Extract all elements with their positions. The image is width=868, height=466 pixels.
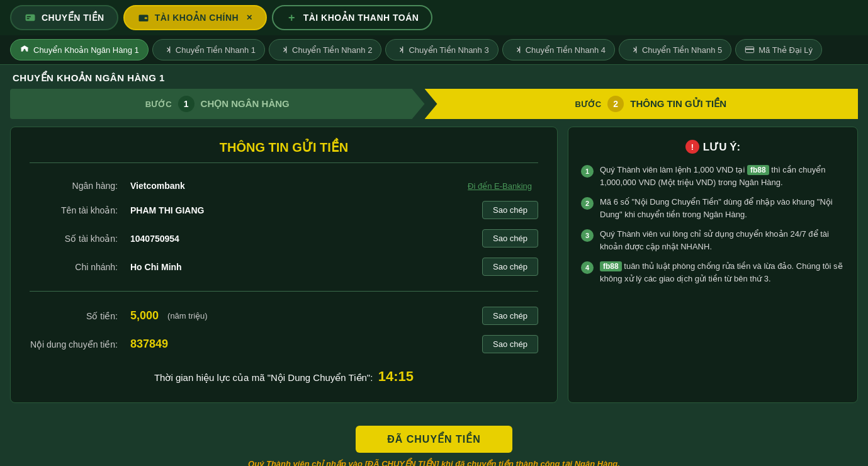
transfer-fast5-icon [628,45,638,55]
confirm-note: Quý Thành viên chỉ nhấp vào [ĐÃ CHUYỂN T… [0,459,868,466]
tab-chuyen-tien-nhanh-5[interactable]: Chuyển Tiền Nhanh 5 [619,39,731,60]
top-navigation: CHUYỂN TIỀN TÀI KHOẢN CHÍNH ✕ + TÀI KHOẢ… [0,0,868,35]
brand4: fb88 [600,261,622,271]
amount-note: (năm triệu) [167,311,208,321]
tab1-label: Chuyển Khoản Ngân Hàng 1 [33,45,139,55]
tai-khoan-thanh-toan-label: TÀI KHOẢN THANH TOÁN [303,13,419,23]
wallet-icon [137,11,150,24]
svg-rect-4 [144,17,147,19]
notice-panel: ! LƯU Ý: 1 Quý Thành viên làm lệnh 1,000… [568,127,858,403]
confirm-transfer-btn[interactable]: ĐÃ CHUYỂN TIỀN [356,426,512,453]
bank-value: Vietcombank [130,181,468,191]
tai-khoan-chinh-label: TÀI KHOẢN CHÍNH [155,13,239,23]
tab-chuyen-tien-nhanh-4[interactable]: Chuyển Tiền Nhanh 4 [502,39,615,60]
transfer-fast3-icon [395,45,405,55]
tab-bar: Chuyển Khoản Ngân Hàng 1 Chuyển Tiền Nha… [0,35,868,65]
svg-rect-6 [746,48,754,50]
page-title: CHUYỂN KHOẢN NGÂN HÀNG 1 [0,65,868,89]
svg-rect-1 [27,16,31,18]
ebanking-link[interactable]: Đi đến E-Banking [468,181,532,191]
confirm-note-after: ] khi đã chuyển tiền thành công tại Ngân… [436,459,620,466]
amount-label: Số tiền: [30,311,130,321]
timer-value: 14:15 [378,368,414,384]
tab5-label: Chuyển Tiền Nhanh 4 [526,45,606,55]
bottom-section: ĐÃ CHUYỂN TIỀN Quý Thành viên chỉ nhấp v… [0,416,868,466]
tab4-label: Chuyển Tiền Nhanh 3 [409,45,488,55]
tab-chuyen-tien-nhanh-1[interactable]: Chuyển Tiền Nhanh 1 [152,39,265,60]
amount-row: Số tiền: 5,000 (năm triệu) Sao chép [30,302,538,330]
account-num-value: 1040750954 [130,234,482,244]
bank-row: Ngân hàng: Vietcombank Đi đến E-Banking [30,176,538,196]
notice-title-text: LƯU Ý: [703,140,740,154]
notice1-text-before: Quý Thành viên làm lệnh 1,000 VND tại [600,165,747,174]
timer-section: Thời gian hiệu lực của mã "Nội Dung Chuy… [30,358,538,390]
account-num-row: Số tài khoản: 1040750954 Sao chép [30,224,538,253]
tai-khoan-thanh-toan-btn[interactable]: + TÀI KHOẢN THANH TOÁN [272,5,433,30]
chuyen-tien-nav-btn[interactable]: CHUYỂN TIỀN [10,5,118,30]
bank-info-section: Ngân hàng: Vietcombank Đi đến E-Banking … [30,176,538,292]
step1-text: CHỌN NGÂN HÀNG [201,98,290,110]
account-num-label: Số tài khoản: [30,234,130,244]
tab6-label: Chuyển Tiền Nhanh 5 [642,45,722,55]
form-panel: THÔNG TIN GỬI TIỀN Ngân hàng: Vietcomban… [10,127,558,403]
notice-item-4: 4 fb88 tuân thủ luật phòng chống rửa tiề… [581,260,845,285]
step2-label: BƯỚC [575,99,601,109]
notice3-text: Quý Thành viên vui lòng chỉ sử dụng chuy… [600,228,845,253]
close-badge: ✕ [246,13,253,22]
steps-header: BƯỚC 1 CHỌN NGÂN HÀNG BƯỚC 2 THÔNG TIN G… [10,89,858,119]
tab3-label: Chuyển Tiền Nhanh 2 [292,45,372,55]
transfer-fast-icon [162,45,172,55]
content-value: 837849 [130,338,168,350]
tai-khoan-chinh-btn[interactable]: TÀI KHOẢN CHÍNH ✕ [123,5,267,30]
svg-rect-2 [27,18,30,20]
account-name-row: Tên tài khoản: PHAM THI GIANG Sao chép [30,196,538,224]
bank-icon [20,45,30,55]
notice-item-3: 3 Quý Thành viên vui lòng chỉ sử dụng ch… [581,228,845,253]
timer-text: Thời gian hiệu lực của mã "Nội Dung Chuy… [154,372,373,383]
branch-value: Ho Chi Minh [130,262,482,272]
confirm-note-before: Quý Thành viên chỉ nhấp vào [ [248,459,368,466]
confirm-note-highlight: ĐÃ CHUYỂN TIỀN [368,459,436,466]
tab-chuyen-tien-nhanh-3[interactable]: Chuyển Tiền Nhanh 3 [385,39,498,60]
copy-account-name-btn[interactable]: Sao chép [482,201,538,219]
notice2-text: Mã 6 số "Nội Dung Chuyển Tiền" dùng để n… [600,196,845,220]
step-1-box: BƯỚC 1 CHỌN NGÂN HÀNG [10,89,425,119]
copy-account-num-btn[interactable]: Sao chép [482,229,538,247]
tab-ma-the-dai-ly[interactable]: Mã Thẻ Đại Lý [735,39,822,60]
transfer-fast4-icon [512,45,522,55]
tab7-label: Mã Thẻ Đại Lý [758,45,813,55]
transfer-fast2-icon [278,45,288,55]
content-row: Nội dung chuyển tiền: 837849 Sao chép [30,330,538,358]
notice-item-2: 2 Mã 6 số "Nội Dung Chuyển Tiền" dùng để… [581,196,845,220]
account-name-value: PHAM THI GIANG [130,205,482,215]
main-content: THÔNG TIN GỬI TIỀN Ngân hàng: Vietcomban… [0,127,868,416]
notice4-text-after: tuân thủ luật phòng chống rửa tiền và lừ… [600,261,843,283]
branch-row: Chi nhánh: Ho Chi Minh Sao chép [30,253,538,281]
content-label: Nội dung chuyển tiền: [30,339,130,350]
chuyen-tien-label: CHUYỂN TIỀN [42,13,104,23]
branch-label: Chi nhánh: [30,262,130,272]
step1-number: 1 [178,96,194,112]
step1-label: BƯỚC [145,99,172,109]
plus-icon: + [286,11,298,24]
warning-icon: ! [685,140,699,154]
account-name-label: Tên tài khoản: [30,205,130,215]
copy-branch-btn[interactable]: Sao chép [482,258,538,276]
tab-chuyen-tien-nhanh-2[interactable]: Chuyển Tiền Nhanh 2 [269,39,381,60]
step-2-box: BƯỚC 2 THÔNG TIN GỬI TIỀN [425,89,859,119]
copy-amount-btn[interactable]: Sao chép [482,307,538,325]
tab-chuyen-khoan-ngan-hang-1[interactable]: Chuyển Khoản Ngân Hàng 1 [10,39,149,60]
notice-item-1: 1 Quý Thành viên làm lệnh 1,000 VND tại … [581,164,845,188]
card-icon [745,45,755,55]
amount-section: Số tiền: 5,000 (năm triệu) Sao chép Nội … [30,302,538,358]
brand1: fb88 [747,165,769,175]
step2-text: THÔNG TIN GỬI TIỀN [630,98,726,110]
bank-label: Ngân hàng: [30,181,130,191]
step2-number: 2 [607,96,624,112]
copy-content-btn[interactable]: Sao chép [482,335,538,353]
amount-value: 5,000 [130,309,159,322]
notice-title: ! LƯU Ý: [581,140,845,154]
transfer-icon [24,11,37,24]
form-panel-title: THÔNG TIN GỬI TIỀN [30,140,538,163]
tab2-label: Chuyển Tiền Nhanh 1 [176,45,256,55]
